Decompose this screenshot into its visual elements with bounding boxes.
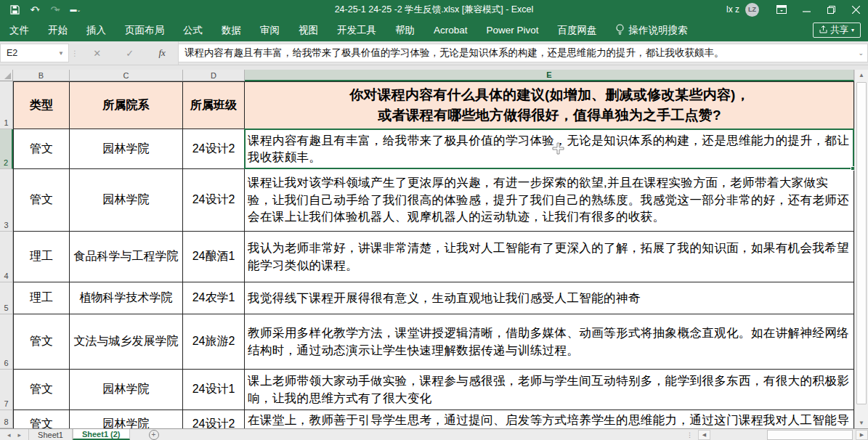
undo-caret-icon[interactable]: ▾ <box>36 7 39 13</box>
cell-e4[interactable]: 我认为老师非常好，讲课非常清楚，让我对人工智能有了更深入的了解，拓展了我的知识面… <box>245 232 854 282</box>
tab-file[interactable]: 文件 <box>0 19 38 41</box>
cell-d8[interactable]: 24设计2 <box>183 410 245 428</box>
column-header-e-selected[interactable]: E <box>245 70 854 81</box>
window-title: 24-25-1 24-25 -2 学生反馈.xlsx [兼容模式] - Exce… <box>335 4 534 16</box>
redo-button[interactable]: ↷▾ <box>46 1 64 17</box>
header-cell-type[interactable]: 类型 <box>13 81 70 129</box>
horizontal-scrollbar[interactable]: ⋮ ◀ ▶ <box>686 429 868 440</box>
restore-button[interactable] <box>819 0 843 19</box>
tab-power-pivot[interactable]: Power Pivot <box>477 19 548 41</box>
minimize-button[interactable] <box>794 0 819 19</box>
quick-access-toolbar: ↶▾ ↷▾ ▬⌄ <box>0 1 84 17</box>
expand-formula-bar-icon[interactable]: ⌄ <box>858 49 864 57</box>
confirm-entry-icon[interactable]: ✓ <box>126 48 134 59</box>
column-header-b[interactable]: B <box>13 70 70 81</box>
cell-d6[interactable]: 24旅游2 <box>183 314 245 370</box>
cell-b4[interactable]: 理工 <box>13 232 70 282</box>
scroll-right-icon[interactable]: ▶ <box>856 430 868 440</box>
tab-page-layout[interactable]: 页面布局 <box>115 19 174 41</box>
header-cell-class[interactable]: 所属班级 <box>183 81 245 129</box>
data-row-6: 6 管文 文法与城乡发展学院 24旅游2 教师采用多样化教学方法，课堂讲授逻辑清… <box>0 314 868 370</box>
cell-b3[interactable]: 管文 <box>13 169 70 232</box>
column-header-d[interactable]: D <box>183 70 245 81</box>
share-button[interactable]: 共享 ▾ <box>813 23 861 38</box>
row-header-1[interactable]: 1 <box>0 81 13 129</box>
row-header-6[interactable]: 6 <box>0 314 13 370</box>
scrollbar-resize-handle[interactable]: ⋮ <box>686 431 694 439</box>
customize-qat-icon[interactable]: ▬⌄ <box>67 1 84 17</box>
vertical-scrollbar[interactable]: ▲ ▼ <box>854 70 868 428</box>
cell-b6[interactable]: 管文 <box>13 314 70 370</box>
cell-c7[interactable]: 园林学院 <box>70 370 183 410</box>
name-box[interactable]: E2 ▼ <box>0 44 69 62</box>
undo-button[interactable]: ↶▾ <box>26 1 44 17</box>
cancel-entry-icon[interactable]: ✕ <box>93 48 101 59</box>
cell-e6[interactable]: 教师采用多样化教学方法，课堂讲授逻辑清晰，借助多媒体、动画等形式将抽象概念直观化… <box>245 314 854 370</box>
cell-b8[interactable]: 管文 <box>13 410 70 428</box>
row-header-3[interactable]: 3 <box>0 169 13 232</box>
cell-b7[interactable]: 管文 <box>13 370 70 410</box>
tab-formulas[interactable]: 公式 <box>174 19 212 41</box>
close-button[interactable] <box>843 0 868 19</box>
formula-input[interactable]: 课程内容有趣且有丰富，给我带来了极具价值的学习体验，无论是知识体系的构建，还是思… <box>179 44 868 62</box>
new-sheet-icon[interactable]: + <box>149 430 159 440</box>
signed-in-user[interactable]: lx z <box>726 4 739 15</box>
cell-e2-selected[interactable]: 课程内容有趣且有丰富，给我带来了极具价值的学习体验，无论是知识体系的构建，还是思… <box>245 129 854 169</box>
cell-b2[interactable]: 管文 <box>13 129 70 169</box>
data-row-8: 8 管文 园林学院 24设计2 在课堂上，教师善于引导学生思考，通过提问、启发等… <box>0 410 868 428</box>
scroll-left-icon[interactable]: ◀ <box>698 430 710 440</box>
header-cell-college[interactable]: 所属院系 <box>70 81 183 129</box>
tab-help[interactable]: 帮助 <box>386 19 424 41</box>
row-header-5[interactable]: 5 <box>0 282 13 314</box>
excel-window: ↶▾ ↷▾ ▬⌄ 24-25-1 24-25 -2 学生反馈.xlsx [兼容模… <box>0 0 868 440</box>
cell-e5[interactable]: 我觉得线下课程开展得很有意义，生动直观地让我们感受人工智能的神奇 <box>245 282 854 314</box>
tab-baidu-netdisk[interactable]: 百度网盘 <box>548 19 607 41</box>
select-all-corner[interactable] <box>0 70 13 81</box>
tab-home[interactable]: 开始 <box>38 19 77 41</box>
cell-c4[interactable]: 食品科学与工程学院 <box>70 232 183 282</box>
user-avatar[interactable]: LZ <box>745 3 759 17</box>
horizontal-scroll-track[interactable] <box>710 430 856 440</box>
cell-c3[interactable]: 园林学院 <box>70 169 183 232</box>
cell-c6[interactable]: 文法与城乡发展学院 <box>70 314 183 370</box>
cell-b5[interactable]: 理工 <box>13 282 70 314</box>
next-sheet-icon[interactable]: ▸ <box>18 431 22 439</box>
cell-d3[interactable]: 24设计2 <box>183 169 245 232</box>
cell-d5[interactable]: 24农学1 <box>183 282 245 314</box>
cell-d4[interactable]: 24酿酒1 <box>183 232 245 282</box>
cell-c5[interactable]: 植物科学技术学院 <box>70 282 183 314</box>
cell-d2[interactable]: 24设计2 <box>183 129 245 169</box>
tell-me-search[interactable]: 操作说明搜索 <box>607 24 697 37</box>
row-header-7[interactable]: 7 <box>0 370 13 410</box>
save-icon[interactable] <box>6 1 23 17</box>
tab-developer[interactable]: 开发工具 <box>328 19 386 41</box>
ribbon-display-options-icon[interactable] <box>769 0 794 19</box>
cell-c8[interactable]: 园林学院 <box>70 410 183 428</box>
scroll-down-icon[interactable]: ▼ <box>855 417 868 428</box>
cell-c2[interactable]: 园林学院 <box>70 129 183 169</box>
row-header-8[interactable]: 8 <box>0 410 13 428</box>
insert-function-icon[interactable]: fx <box>158 47 165 59</box>
tab-data[interactable]: 数据 <box>212 19 251 41</box>
sheet-tab-sheet1[interactable]: Sheet1 <box>28 429 73 440</box>
scroll-up-icon[interactable]: ▲ <box>855 70 868 81</box>
row-header-2-selected[interactable]: 2 <box>0 129 13 169</box>
header-cell-question[interactable]: 你对课程内容有什么具体的建议(如增加、删减或修改某些内容)， 或者课程有哪些地方… <box>245 81 854 129</box>
redo-caret-icon[interactable]: ▾ <box>57 7 60 13</box>
sheet-tab-sheet1-2-active[interactable]: Sheet1 (2) <box>73 429 130 440</box>
prev-sheet-icon[interactable]: ◂ <box>7 431 11 439</box>
column-header-c[interactable]: C <box>70 70 183 81</box>
tab-review[interactable]: 审阅 <box>251 19 289 41</box>
row-header-4[interactable]: 4 <box>0 232 13 282</box>
cell-e7[interactable]: 课上老师带领大家动手做实验，课程参与感很强，老师与学生间互动特别多，能学到很多东… <box>245 370 854 410</box>
tab-insert[interactable]: 插入 <box>77 19 115 41</box>
cell-e8[interactable]: 在课堂上，教师善于引导学生思考，通过提问、启发等方式培养学生的思维能力，通过这门… <box>245 410 854 428</box>
horizontal-scrollbar-thumb[interactable] <box>767 430 853 440</box>
cell-e3[interactable]: 课程让我对该学科领域产生了更浓厚的兴趣，有进一步探索的欲望,并且在课程实验方面，… <box>245 169 854 232</box>
title-bar: ↶▾ ↷▾ ▬⌄ 24-25-1 24-25 -2 学生反馈.xlsx [兼容模… <box>0 0 868 19</box>
cell-d7[interactable]: 24设计1 <box>183 370 245 410</box>
vertical-scrollbar-thumb[interactable] <box>856 82 867 404</box>
tab-view[interactable]: 视图 <box>289 19 328 41</box>
name-box-caret-icon[interactable]: ▼ <box>58 50 64 57</box>
tab-acrobat[interactable]: Acrobat <box>424 19 477 41</box>
